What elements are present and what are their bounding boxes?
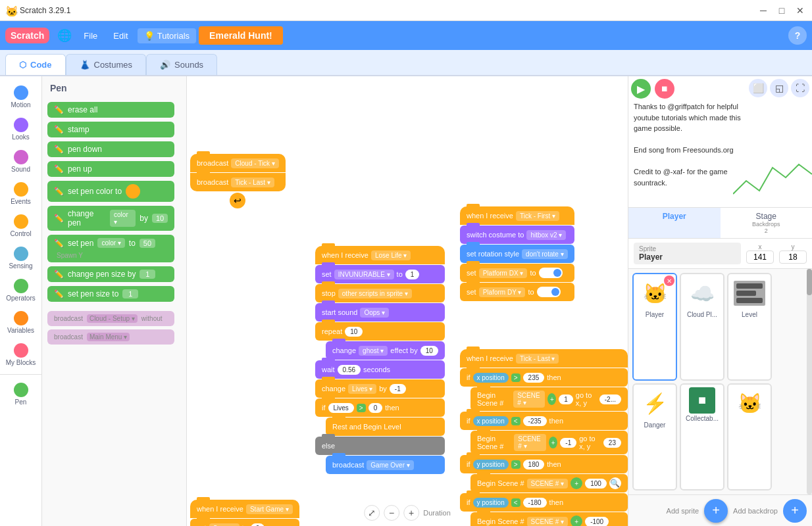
minimize-button[interactable]: ─ — [757, 4, 770, 17]
edit-menu[interactable]: Edit — [107, 28, 134, 43]
sidebar-item-control[interactable]: Control — [3, 210, 39, 241]
sprites-tab[interactable]: Player — [628, 208, 721, 238]
close-button[interactable]: ✕ — [794, 4, 807, 17]
sidebar-item-motion[interactable]: Motion — [3, 82, 39, 112]
sidebar-item-looks[interactable]: Looks — [3, 114, 39, 145]
color-circle[interactable] — [126, 184, 140, 199]
zoom-fit-button[interactable]: ⤢ — [364, 505, 380, 521]
zoom-in-button[interactable]: + — [403, 505, 419, 521]
sprite-scroll-track[interactable] — [807, 269, 812, 494]
tab-sounds[interactable]: 🔊 Sounds — [146, 54, 217, 75]
cb-if-lives[interactable]: if Lives > 0 then — [315, 398, 445, 417]
sprite-name-field[interactable]: Sprite Player — [634, 243, 741, 264]
maximize-button[interactable]: □ — [775, 4, 788, 17]
ghost-block-2[interactable]: broadcast Main Menu ▾ — [47, 329, 174, 345]
block-stamp[interactable]: ✏️ stamp — [47, 122, 174, 137]
cb-change-effect[interactable]: change ghost ▾ effect by 10 — [326, 341, 445, 360]
cb-switch-costume[interactable]: switch costume to hitbox v2 ▾ — [460, 226, 574, 244]
block-pen-up[interactable]: ✏️ pen up — [47, 161, 174, 177]
sprite-card-player[interactable]: ✕ 🐱 Player — [632, 273, 677, 381]
cb-when-receive-lose[interactable]: when I receive Lose Life ▾ — [315, 246, 445, 264]
cb-begin-scene-2[interactable]: Begin Scene # SCENE # ▾ + -1 go to x, y … — [470, 431, 628, 454]
cb-when-receive-tick-first[interactable]: when I receive Tick - First ▾ — [460, 206, 574, 225]
add-sprite-button[interactable]: + — [704, 499, 728, 523]
cb-broadcast-2[interactable]: broadcast Tick - Last ▾ — [190, 173, 286, 191]
sidebar-item-myblocks[interactable]: My Blocks — [3, 339, 39, 370]
block-erase-all[interactable]: ✏️ erase all — [47, 102, 174, 118]
cb-repeat[interactable]: repeat 10 — [315, 322, 445, 341]
green-flag-button[interactable]: ▶ — [631, 79, 651, 99]
sprite-card-level[interactable]: Level — [727, 273, 772, 381]
sprite-card-cat2[interactable]: 🐱 — [727, 383, 772, 491]
cb-when-receive-startgame[interactable]: when I receive Start Game ▾ — [190, 500, 299, 518]
sprite-delete-player[interactable]: ✕ — [664, 275, 674, 286]
block-set-pen-size[interactable]: ✏️ set pen size to 1 — [47, 286, 174, 302]
ghost-block-1[interactable]: broadcast Cloud - Setup ▾ without — [47, 311, 174, 326]
language-selector[interactable]: 🌐 — [57, 28, 72, 43]
cb-set-platform-dy[interactable]: set Plaform DY ▾ to — [460, 283, 574, 301]
shrink-stage-button[interactable]: ◱ — [770, 79, 788, 97]
block-group-4: when I receive Tick - Last ▾ if x positi… — [460, 349, 628, 526]
block-change-pen-color[interactable]: ✏️ change pen color ▾ by 10 — [47, 206, 174, 231]
cb-set-platform-dx[interactable]: set Platform DX ▾ to — [460, 264, 574, 282]
block-set-pen-color2[interactable]: ✏️ set pen color ▾ to 50 Spawn Y — [47, 235, 174, 262]
cb-start-sound[interactable]: start sound Oops ▾ — [315, 303, 445, 322]
sidebar-item-operators[interactable]: Operators — [3, 275, 39, 306]
sprite-y-box: y — [779, 243, 807, 264]
sprite-img-danger: ⚡ — [638, 387, 671, 420]
help-button[interactable]: ? — [788, 26, 807, 45]
file-menu[interactable]: File — [77, 28, 104, 43]
cb-if-xpos-lt-minus235[interactable]: if x position < -235 then — [460, 412, 628, 430]
window-title: Scratch 3.29.1 — [20, 6, 757, 15]
sprite-x-input[interactable] — [746, 251, 774, 264]
cb-wait[interactable]: wait 0.56 seconds — [315, 360, 445, 379]
cb-broadcast-gameover[interactable]: broadcast Game Over ▾ — [326, 456, 445, 474]
cb-begin-scene-4[interactable]: Begin Scene # SCENE # ▾ + -100 — [470, 512, 628, 526]
cb-if-ypos-gt-180[interactable]: if y position > 180 then — [460, 455, 628, 473]
sprite-card-danger[interactable]: ⚡ Danger — [632, 383, 677, 491]
toggle-platform-dx[interactable] — [539, 268, 563, 278]
expand-stage-button[interactable]: ⬜ — [749, 79, 767, 97]
zoom-out-button[interactable]: − — [384, 505, 399, 521]
sidebar-item-pen[interactable]: Pen — [3, 379, 39, 410]
cb-begin-scene-3[interactable]: Begin Scene # SCENE # ▾ + 100 🔍 — [470, 474, 628, 492]
sidebar-item-events[interactable]: Events — [3, 178, 39, 209]
stage-tab[interactable]: Stage Backdrops 2 — [721, 208, 813, 238]
sidebar-item-variables[interactable]: Variables — [3, 307, 39, 338]
looks-dot — [14, 118, 28, 132]
sprite-scroll-thumb[interactable] — [807, 269, 812, 295]
toggle-platform-dy[interactable] — [537, 287, 561, 297]
tab-costumes[interactable]: 👗 Costumes — [66, 54, 147, 75]
sprite-card-cloud[interactable]: ☁️ Cloud Pl... — [680, 273, 724, 381]
cb-broadcast-1[interactable]: broadcast Cloud - Tick ▾ — [190, 154, 286, 172]
add-backdrop-button[interactable]: + — [783, 499, 807, 523]
block-pen-down[interactable]: ✏️ pen down — [47, 141, 174, 157]
cb-rotation-style[interactable]: set rotation style don't rotate ▾ — [460, 245, 574, 263]
sprite-y-input[interactable] — [779, 251, 807, 264]
cb-set-invunurable[interactable]: set INVUNURABLE ▾ to 1 — [315, 265, 445, 283]
cb-set-score[interactable]: set Score ▾ to 0 — [190, 519, 299, 526]
sprite-card-collectab[interactable]: ■ Collectab... — [680, 383, 724, 491]
tutorials-button[interactable]: 💡 Tutorials — [138, 28, 196, 43]
add-sprite-label: Add sprite — [667, 507, 699, 515]
title-bar: 🐱 Scratch 3.29.1 ─ □ ✕ — [0, 0, 812, 21]
block-set-pen-color[interactable]: ✏️ set pen color to — [47, 181, 174, 202]
sidebar-item-sound[interactable]: Sound — [3, 146, 39, 177]
fullscreen-button[interactable]: ⛶ — [791, 79, 809, 97]
block-change-pen-size[interactable]: ✏️ change pen size by 1 — [47, 266, 174, 282]
cb-stop-scripts[interactable]: stop other scripts in sprite ▾ — [315, 284, 445, 302]
cb-change-lives[interactable]: change Lives ▾ by -1 — [315, 379, 445, 398]
search-zoom-icon[interactable]: 🔍 — [609, 477, 621, 489]
cb-when-receive-tick-last[interactable]: when I receive Tick - Last ▾ — [460, 349, 628, 368]
sidebar-item-sensing[interactable]: Sensing — [3, 243, 39, 274]
project-title[interactable]: Emerald Hunt! — [199, 26, 283, 45]
cb-begin-scene-1[interactable]: Begin Scene # SCENE # ▾ + 1 go to x, y -… — [470, 387, 628, 411]
variables-dot — [14, 311, 28, 325]
cb-if-xpos-gt-235[interactable]: if x position > 235 then — [460, 368, 628, 387]
cb-rest-begin[interactable]: Rest and Begin Level — [326, 418, 445, 436]
workspace-canvas[interactable]: broadcast Cloud - Tick ▾ broadcast Tick … — [187, 76, 628, 526]
cb-if-ypos-lt-minus180[interactable]: if y position < -180 then — [460, 493, 628, 512]
stop-button[interactable]: ⏹ — [655, 79, 674, 99]
categories-sidebar: Motion Looks Sound Events Control Sensin… — [0, 76, 42, 526]
tab-code[interactable]: ⬡ Code — [5, 54, 66, 75]
